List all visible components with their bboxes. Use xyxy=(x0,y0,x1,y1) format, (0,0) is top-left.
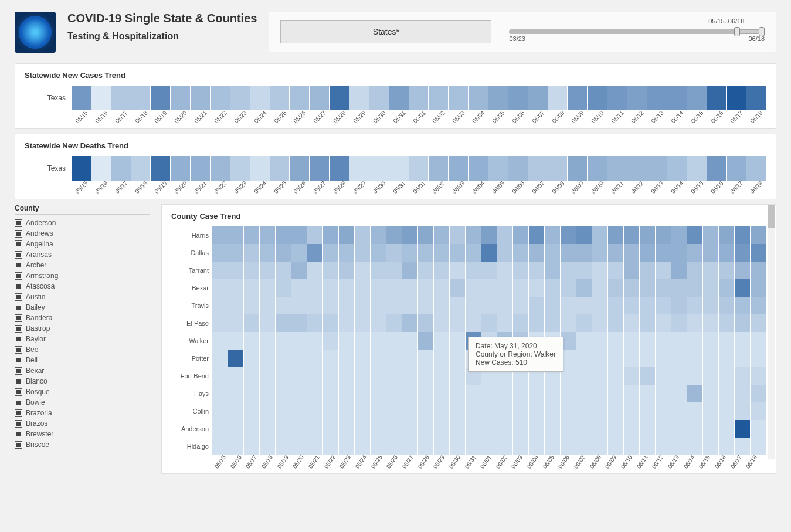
heatmap-cell[interactable] xyxy=(687,279,703,297)
heatmap-cell[interactable] xyxy=(607,156,627,181)
heatmap-cell[interactable] xyxy=(230,156,250,181)
county-filter-item[interactable]: Anderson xyxy=(15,218,150,228)
heatmap-cell[interactable] xyxy=(671,420,687,438)
heatmap-cell[interactable] xyxy=(608,226,624,244)
heatmap-cell[interactable] xyxy=(429,156,449,181)
heatmap-cell[interactable] xyxy=(260,314,276,332)
checkbox-icon[interactable] xyxy=(15,441,22,449)
heatmap-cell[interactable] xyxy=(230,86,250,110)
heatmap-cell[interactable] xyxy=(371,279,386,297)
checkbox-icon[interactable] xyxy=(15,219,22,227)
heatmap-cell[interactable] xyxy=(545,279,561,297)
heatmap-cell[interactable] xyxy=(418,279,434,297)
heatmap-cell[interactable] xyxy=(707,156,727,181)
heatmap-cell[interactable] xyxy=(640,279,656,297)
heatmap-cell[interactable] xyxy=(656,332,671,350)
heatmap-cell[interactable] xyxy=(703,367,719,385)
heatmap-cell[interactable] xyxy=(228,332,244,350)
heatmap-cell[interactable] xyxy=(355,350,371,367)
heatmap-cell[interactable] xyxy=(592,350,608,367)
heatmap-cell[interactable] xyxy=(244,279,260,297)
heatmap-cell[interactable] xyxy=(418,420,434,438)
county-filter-item[interactable]: Archer xyxy=(15,260,150,270)
heatmap-cell[interactable] xyxy=(276,402,291,420)
heatmap-cell[interactable] xyxy=(307,314,323,332)
heatmap-cell[interactable] xyxy=(608,402,624,420)
checkbox-icon[interactable] xyxy=(15,272,22,280)
heatmap-cell[interactable] xyxy=(228,297,244,314)
heatmap-cell[interactable] xyxy=(671,262,687,279)
heatmap-cell[interactable] xyxy=(608,420,624,438)
heatmap-cell[interactable] xyxy=(687,420,703,438)
heatmap-cell[interactable] xyxy=(640,244,656,262)
heatmap-cell[interactable] xyxy=(624,402,640,420)
heatmap-cell[interactable] xyxy=(497,262,513,279)
heatmap-cell[interactable] xyxy=(386,279,402,297)
county-filter-item[interactable]: Armstrong xyxy=(15,270,150,281)
heatmap-cell[interactable] xyxy=(561,279,576,297)
heatmap-cell[interactable] xyxy=(339,332,355,350)
heatmap-cell[interactable] xyxy=(608,367,624,385)
heatmap-cell[interactable] xyxy=(434,279,450,297)
heatmap-cell[interactable] xyxy=(307,262,323,279)
heatmap-cell[interactable] xyxy=(592,367,608,385)
heatmap-cell[interactable] xyxy=(310,156,330,181)
checkbox-icon[interactable] xyxy=(15,378,22,385)
heatmap-cell[interactable] xyxy=(244,226,260,244)
heatmap-cell[interactable] xyxy=(276,314,291,332)
checkbox-icon[interactable] xyxy=(15,431,22,438)
heatmap-cell[interactable] xyxy=(513,385,529,402)
heatmap-cell[interactable] xyxy=(671,438,687,455)
heatmap-cell[interactable] xyxy=(355,367,371,385)
heatmap-cell[interactable] xyxy=(576,297,592,314)
heatmap-cell[interactable] xyxy=(592,314,608,332)
heatmap-cell[interactable] xyxy=(450,438,466,455)
heatmap-cell[interactable] xyxy=(671,350,687,367)
heatmap-cell[interactable] xyxy=(369,86,389,110)
heatmap-cell[interactable] xyxy=(508,86,528,110)
heatmap-cell[interactable] xyxy=(751,350,766,367)
heatmap-cell[interactable] xyxy=(466,279,481,297)
heatmap-cell[interactable] xyxy=(576,332,592,350)
heatmap-cell[interactable] xyxy=(735,332,751,350)
heatmap-cell[interactable] xyxy=(497,402,513,420)
heatmap-cell[interactable] xyxy=(450,402,466,420)
heatmap-cell[interactable] xyxy=(627,156,647,181)
heatmap-cell[interactable] xyxy=(330,156,349,181)
heatmap-cells[interactable] xyxy=(72,86,766,110)
heatmap-cell[interactable] xyxy=(703,262,719,279)
heatmap-cell[interactable] xyxy=(91,156,111,181)
heatmap-cell[interactable] xyxy=(588,86,607,110)
heatmap-cell[interactable] xyxy=(291,244,307,262)
heatmap-cell[interactable] xyxy=(291,420,307,438)
heatmap-cell[interactable] xyxy=(402,314,418,332)
checkbox-icon[interactable] xyxy=(15,357,22,364)
heatmap-cell[interactable] xyxy=(355,297,371,314)
heatmap-cell[interactable] xyxy=(640,332,656,350)
heatmap-cell[interactable] xyxy=(212,332,228,350)
heatmap-cell[interactable] xyxy=(434,402,450,420)
heatmap-cell[interactable] xyxy=(434,244,450,262)
heatmap-cell[interactable] xyxy=(640,402,656,420)
checkbox-icon[interactable] xyxy=(15,367,22,375)
heatmap-cell[interactable] xyxy=(330,86,349,110)
heatmap-cell[interactable] xyxy=(250,86,270,110)
heatmap-cell[interactable] xyxy=(687,350,703,367)
heatmap-cell[interactable] xyxy=(244,438,260,455)
heatmap-cell[interactable] xyxy=(545,402,561,420)
heatmap-cell[interactable] xyxy=(608,438,624,455)
heatmap-cell[interactable] xyxy=(355,438,371,455)
heatmap-cell[interactable] xyxy=(386,420,402,438)
heatmap-cell[interactable] xyxy=(191,86,211,110)
heatmap-cell[interactable] xyxy=(371,226,386,244)
heatmap-cell[interactable] xyxy=(212,350,228,367)
heatmap-cell[interactable] xyxy=(561,262,576,279)
heatmap-cell[interactable] xyxy=(323,244,339,262)
heatmap-cell[interactable] xyxy=(735,438,751,455)
heatmap-cell[interactable] xyxy=(339,367,355,385)
heatmap-cell[interactable] xyxy=(111,86,131,110)
heatmap-cell[interactable] xyxy=(640,314,656,332)
heatmap-cell[interactable] xyxy=(703,279,719,297)
heatmap-cell[interactable] xyxy=(450,279,466,297)
heatmap-cell[interactable] xyxy=(513,438,529,455)
